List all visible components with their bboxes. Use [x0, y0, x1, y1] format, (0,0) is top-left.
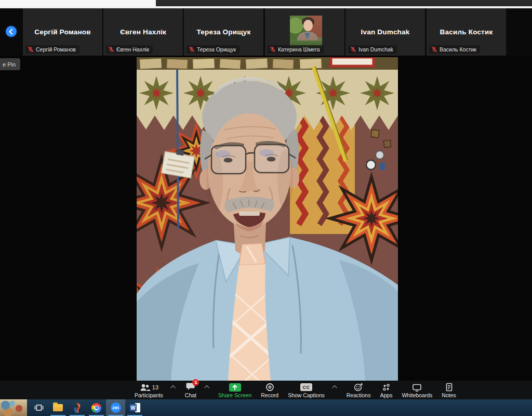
desktop-wallpaper-sliver: [0, 399, 27, 416]
mic-muted-icon: [431, 46, 437, 53]
mic-muted-icon: [189, 46, 195, 53]
participant-name: Ivan Dumchak: [345, 28, 425, 36]
participant-name: Євген Нахлік: [103, 28, 183, 36]
zoom-app-icon: zm: [111, 402, 121, 413]
participants-menu-chevron[interactable]: [169, 381, 179, 393]
record-icon: [265, 383, 274, 392]
share-screen-icon: [229, 383, 241, 392]
participants-count: 13: [152, 384, 158, 391]
record-button[interactable]: Record: [256, 381, 283, 399]
name-chip: Сергій Романов: [25, 45, 79, 54]
zoom-meeting-window: Сергій Романов Сергій Романов Євген Нахл…: [0, 0, 532, 416]
paint-app-button[interactable]: [68, 399, 87, 416]
participant-filmstrip: Сергій Романов Сергій Романов Євген Нахл…: [0, 8, 532, 56]
mic-muted-icon: [108, 46, 114, 53]
chat-menu-chevron[interactable]: [202, 381, 212, 393]
notes-button[interactable]: Notes: [437, 381, 460, 399]
participants-button[interactable]: 13 Participants: [130, 381, 168, 399]
meeting-toolbar: 13 Participants 1 Chat: [0, 381, 532, 399]
chevron-up-icon: [332, 385, 337, 390]
video-tile[interactable]: Євген Нахлік Євген Нахлік: [103, 8, 183, 56]
chrome-icon: [91, 403, 101, 413]
taskbar-icons: zm W: [29, 399, 144, 416]
paint-app-icon: [73, 403, 82, 413]
mic-muted-icon: [270, 46, 276, 53]
chevron-left-icon: [9, 29, 15, 34]
whiteboards-icon: [412, 383, 422, 392]
captions-menu-chevron[interactable]: [330, 381, 341, 393]
chrome-button[interactable]: [87, 399, 106, 416]
mic-muted-icon: [28, 46, 34, 53]
chat-unread-badge: 1: [192, 379, 199, 386]
name-chip: Василь Костик: [429, 45, 480, 54]
task-view-icon: [34, 403, 44, 412]
participant-name: Тереза Орищук: [184, 28, 263, 36]
participant-name: Сергій Романов: [23, 28, 102, 36]
chat-button[interactable]: 1 Chat: [180, 381, 201, 399]
captions-icon: CC: [300, 383, 312, 391]
collapse-strip-button[interactable]: [5, 25, 18, 38]
mic-muted-icon: [350, 46, 356, 53]
video-tile[interactable]: Сергій Романов Сергій Романов: [23, 8, 102, 56]
zoom-app-button[interactable]: zm: [106, 399, 125, 416]
share-screen-button[interactable]: Share Screen: [214, 381, 256, 399]
participants-icon: [139, 383, 151, 392]
apps-button[interactable]: Apps: [375, 381, 397, 399]
show-captions-button[interactable]: CC Show Captions: [283, 381, 329, 399]
apps-icon: [382, 383, 391, 392]
name-chip: Тереза Орищук: [187, 45, 240, 54]
window-top-band: [156, 0, 532, 6]
video-tile[interactable]: Ivan Dumchak Ivan Dumchak: [345, 8, 425, 56]
video-tile[interactable]: Тереза Орищук Тереза Орищук: [184, 8, 263, 56]
profile-photo-avatar: [290, 16, 322, 49]
whiteboards-button[interactable]: Whiteboards: [397, 381, 437, 399]
file-explorer-icon: [53, 404, 63, 411]
chevron-up-icon: [170, 385, 176, 390]
name-chip: Євген Нахлік: [106, 45, 153, 54]
video-tile[interactable]: Катерина Шмега: [265, 8, 344, 56]
name-chip: Ivan Dumchak: [348, 45, 397, 54]
reactions-button[interactable]: Reactions: [342, 381, 376, 399]
file-explorer-button[interactable]: [48, 399, 68, 416]
notes-icon: [445, 383, 453, 392]
chevron-up-icon: [204, 385, 209, 390]
speaker-video-art: [137, 57, 398, 381]
word-icon: W: [130, 403, 140, 412]
reactions-icon: [354, 383, 363, 392]
video-tile[interactable]: Василь Костик Василь Костик: [427, 8, 506, 56]
word-button[interactable]: W: [125, 399, 144, 416]
name-chip: Катерина Шмега: [268, 45, 324, 54]
pin-tooltip: e Pin: [0, 58, 20, 70]
participant-name: Василь Костик: [427, 28, 506, 36]
main-speaker-video[interactable]: [137, 57, 398, 381]
avatar-face: [303, 20, 313, 31]
task-view-button[interactable]: [29, 399, 48, 416]
